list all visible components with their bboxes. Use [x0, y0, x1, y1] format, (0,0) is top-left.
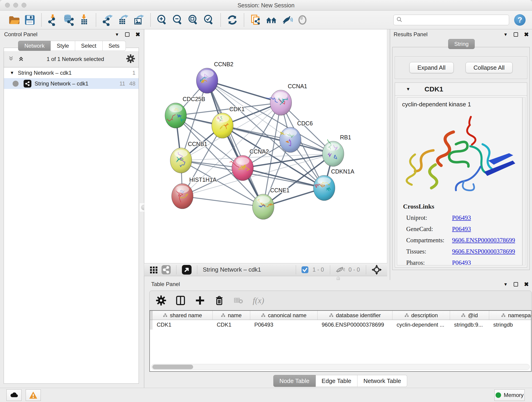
- right-splitter[interactable]: [390, 29, 390, 280]
- tab-select[interactable]: Select: [75, 41, 103, 51]
- zoom-out-button[interactable]: [171, 13, 184, 27]
- import-table-from-file-button[interactable]: [78, 13, 91, 27]
- table-cell[interactable]: 9606.ENSP00000378699: [317, 320, 393, 330]
- column-header-description[interactable]: description: [393, 311, 450, 320]
- column-header-namespace[interactable]: namespace: [489, 311, 532, 320]
- expand-all-button[interactable]: Expand All: [409, 62, 454, 73]
- network-row[interactable]: String Network – cdk1 11 48: [4, 78, 139, 89]
- apply-layout-button[interactable]: [226, 13, 239, 27]
- import-network-from-database-button[interactable]: [62, 13, 75, 27]
- cloud-status-button[interactable]: [6, 389, 22, 401]
- tab-sets[interactable]: Sets: [103, 41, 126, 51]
- function-builder-icon: f(x): [253, 296, 264, 305]
- column-header-database-identifier[interactable]: database identifier: [317, 311, 393, 320]
- help-button[interactable]: ?: [514, 14, 526, 26]
- import-network-from-file-button[interactable]: [46, 13, 60, 27]
- table-cell[interactable]: stringdb: [489, 320, 532, 330]
- export-network-button[interactable]: [101, 13, 114, 27]
- node-CCNE1[interactable]: CCNE1: [253, 187, 290, 219]
- control-panel-close-icon[interactable]: ✖: [135, 32, 140, 37]
- table-cell[interactable]: P06493: [250, 320, 317, 330]
- table-panel-menu-icon[interactable]: ▼: [503, 282, 508, 287]
- tree-expand-icon[interactable]: ▼: [10, 70, 14, 75]
- warnings-button[interactable]: [26, 389, 41, 401]
- fullscreen-icon[interactable]: [181, 264, 192, 275]
- birds-eye-grid-icon[interactable]: [149, 265, 158, 274]
- gene-entry-cdk1: ▼ CDK1 cyclin-dependent kinase 1: [395, 83, 527, 268]
- hidden-eye-icon[interactable]: [335, 265, 345, 274]
- tab-string[interactable]: String: [448, 39, 475, 49]
- column-header-name[interactable]: name: [213, 311, 250, 320]
- table-horizontal-scrollbar[interactable]: [151, 364, 530, 370]
- edge-HIST1H1A-CCNE1[interactable]: [182, 196, 263, 207]
- open-session-button[interactable]: [7, 13, 21, 27]
- zoom-selected-button[interactable]: [202, 13, 215, 27]
- node-CCNB1[interactable]: CCNB1: [170, 141, 207, 173]
- results-panel-close-icon[interactable]: ✖: [524, 32, 529, 37]
- crosslink-row: Pharos:P06493: [403, 259, 522, 265]
- results-scrollbar[interactable]: [522, 97, 526, 265]
- table-settings-gear-icon[interactable]: [156, 295, 166, 306]
- show-all-button[interactable]: [296, 13, 309, 27]
- create-column-plus-icon[interactable]: [195, 295, 205, 306]
- collapse-all-button[interactable]: Collapse All: [466, 62, 513, 73]
- table-cell[interactable]: stringdb:9...: [450, 320, 489, 330]
- delete-column-trash-icon[interactable]: [214, 295, 224, 306]
- network-view[interactable]: CCNB2 CCNA1 CDC25B CDK1 CDC6 RB1 CCNB1 C…: [144, 29, 387, 263]
- table-panel-float-icon[interactable]: [514, 282, 518, 287]
- crosslink-link[interactable]: P06493: [452, 225, 471, 233]
- control-panel-menu-icon[interactable]: ▼: [115, 32, 119, 37]
- crosslink-link[interactable]: P06493: [452, 214, 471, 221]
- table-cell[interactable]: CDK1: [152, 320, 213, 330]
- zoom-fit-button[interactable]: [187, 13, 200, 27]
- network-options-gear-icon[interactable]: [126, 54, 135, 64]
- first-neighbors-button[interactable]: [265, 13, 278, 27]
- export-image-button[interactable]: [132, 13, 146, 27]
- node-table[interactable]: shared namenamecanonical namedatabase id…: [149, 310, 532, 372]
- table-cell[interactable]: CDK1: [213, 320, 250, 330]
- control-panel-float-icon[interactable]: [125, 32, 129, 37]
- tab-style[interactable]: Style: [51, 41, 75, 51]
- tab-edge-table[interactable]: Edge Table: [316, 375, 358, 387]
- selected-count-badge: 1 - 0: [312, 266, 324, 273]
- node-label-CDC25B: CDC25B: [183, 96, 205, 102]
- column-header-canonical-name[interactable]: canonical name: [250, 311, 317, 320]
- edge-CCNB2-CCNA1[interactable]: [207, 81, 281, 103]
- column-header-@id[interactable]: @id: [450, 311, 489, 320]
- crosslink-label: Compartments:: [406, 237, 452, 244]
- crosslink-link[interactable]: 9606.ENSP00000378699: [452, 237, 515, 244]
- pan-crosshair-icon[interactable]: [371, 264, 382, 275]
- column-header-shared-name[interactable]: shared name: [152, 311, 213, 320]
- save-session-button[interactable]: [23, 13, 36, 27]
- zoom-in-button[interactable]: [156, 13, 169, 27]
- edge-CCNB2-CCNE1[interactable]: [207, 81, 263, 207]
- node-CDKN1A[interactable]: CDKN1A: [313, 168, 355, 201]
- selected-checkbox-icon[interactable]: [301, 266, 309, 274]
- search-input[interactable]: [405, 16, 506, 24]
- table-cell[interactable]: cyclin-dependent ...: [393, 320, 450, 330]
- crosslink-link[interactable]: 9606.ENSP00000378699: [452, 248, 515, 255]
- gene-entry-collapse-icon[interactable]: ▼: [406, 87, 410, 91]
- hide-selected-button[interactable]: [280, 13, 293, 27]
- clone-network-button[interactable]: [249, 13, 262, 27]
- memory-button[interactable]: Memory: [494, 389, 525, 401]
- expand-all-networks-icon[interactable]: [18, 55, 25, 63]
- table-row[interactable]: CDK1CDK1P064939606.ENSP00000378699cyclin…: [150, 320, 531, 330]
- node-CCNB2[interactable]: CCNB2: [196, 61, 234, 93]
- tab-node-table[interactable]: Node Table: [273, 375, 316, 387]
- network-collection-row[interactable]: ▼ String Network – cdk1 1: [4, 67, 139, 78]
- crosslink-link[interactable]: P06493: [452, 259, 471, 265]
- results-panel-float-icon[interactable]: [514, 32, 518, 37]
- export-table-button[interactable]: [117, 13, 130, 27]
- tab-network-table[interactable]: Network Table: [357, 375, 407, 387]
- show-columns-icon[interactable]: [175, 295, 186, 306]
- node-CCNA1[interactable]: CCNA1: [266, 83, 307, 115]
- results-panel-menu-icon[interactable]: ▼: [503, 32, 508, 37]
- table-panel-close-icon[interactable]: ✖: [524, 281, 529, 287]
- search-box[interactable]: [393, 15, 509, 25]
- collapse-all-networks-icon[interactable]: [7, 55, 14, 63]
- scrollbar-thumb[interactable]: [152, 365, 193, 369]
- node-RB1[interactable]: RB1: [322, 134, 351, 166]
- tab-network[interactable]: Network: [18, 41, 51, 51]
- network-share-icon[interactable]: [161, 265, 171, 275]
